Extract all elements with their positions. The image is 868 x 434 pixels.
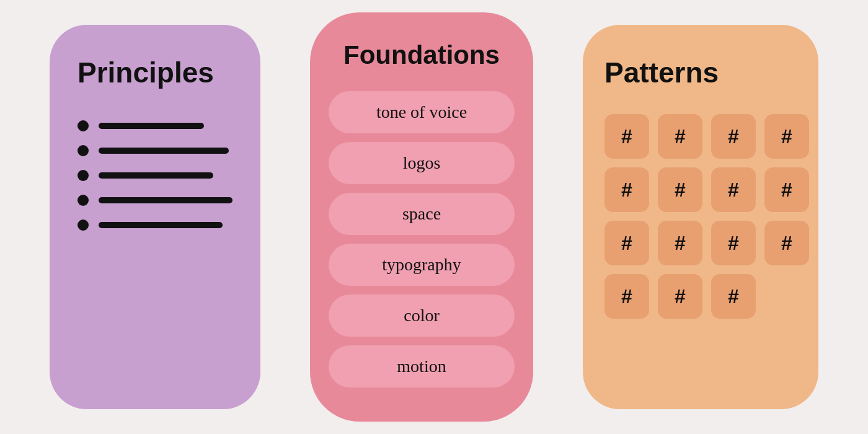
bullet-line — [99, 148, 229, 154]
pattern-cell-3-3 — [764, 274, 809, 319]
pattern-cell-3-1: # — [658, 274, 702, 319]
pattern-cell-1-2: # — [711, 167, 756, 212]
foundation-item-5[interactable]: motion — [329, 345, 515, 388]
pattern-cell-0-3: # — [764, 114, 809, 159]
foundations-panel: Foundations tone of voicelogosspacetypog… — [310, 12, 533, 422]
foundation-item-1[interactable]: logos — [329, 142, 515, 184]
bullet-line — [99, 123, 204, 129]
pattern-cell-2-2: # — [711, 221, 756, 265]
pattern-cell-2-3: # — [764, 221, 809, 265]
pattern-cell-2-0: # — [604, 221, 649, 265]
patterns-grid: ############### — [604, 114, 797, 319]
pattern-cell-1-1: # — [658, 167, 702, 212]
page-wrapper: Principles Foundations tone of voicelogo… — [0, 0, 868, 434]
bullet-line — [99, 197, 232, 203]
bullet-dot — [78, 145, 89, 156]
bullet-line — [99, 222, 223, 228]
pattern-cell-0-0: # — [604, 114, 649, 159]
bullet-line — [99, 172, 213, 179]
bullet-list — [78, 120, 232, 231]
bullet-dot — [78, 170, 89, 181]
pattern-cell-3-2: # — [711, 274, 756, 319]
bullet-item — [78, 145, 232, 156]
bullet-item — [78, 170, 232, 181]
bullet-dot — [78, 120, 89, 131]
pattern-cell-1-3: # — [764, 167, 809, 212]
patterns-panel: Patterns ############### — [583, 25, 818, 409]
bullet-item — [78, 120, 232, 131]
bullet-dot — [78, 219, 89, 231]
bullet-dot — [78, 195, 89, 206]
foundation-item-2[interactable]: space — [329, 193, 515, 235]
pattern-cell-1-0: # — [604, 167, 649, 212]
foundation-item-3[interactable]: typography — [329, 244, 515, 286]
pattern-cell-0-2: # — [711, 114, 756, 159]
bullet-item — [78, 195, 232, 206]
principles-panel: Principles — [50, 25, 260, 409]
principles-title: Principles — [78, 56, 232, 89]
foundation-item-0[interactable]: tone of voice — [329, 91, 515, 133]
bullet-item — [78, 219, 232, 231]
pattern-cell-0-1: # — [658, 114, 702, 159]
foundation-item-4[interactable]: color — [329, 294, 515, 337]
pattern-cell-2-1: # — [658, 221, 702, 265]
foundations-title: Foundations — [343, 40, 500, 70]
pattern-cell-3-0: # — [604, 274, 649, 319]
patterns-title: Patterns — [604, 56, 797, 89]
